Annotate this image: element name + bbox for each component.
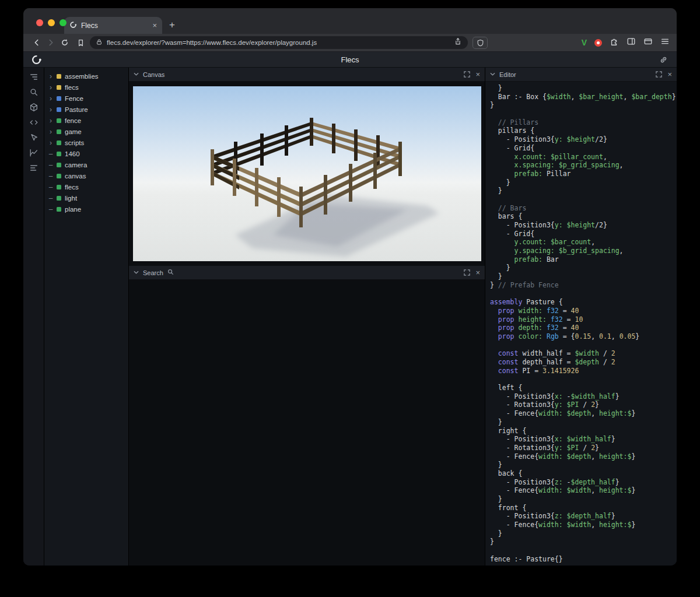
- expand-icon[interactable]: [462, 268, 471, 278]
- expand-arrow-icon[interactable]: ›: [48, 117, 53, 124]
- code-line: }: [490, 101, 677, 110]
- link-icon[interactable]: [659, 55, 668, 66]
- tree-item-light[interactable]: ‒light: [44, 192, 128, 203]
- code-line: [490, 110, 677, 118]
- code-line: }: [490, 495, 677, 504]
- entity-color-square: [57, 174, 61, 178]
- wallet-icon[interactable]: [643, 37, 653, 48]
- back-button[interactable]: [30, 36, 43, 49]
- url-text: flecs.dev/explorer/?wasm=https://www.fle…: [107, 39, 450, 46]
- chart-icon[interactable]: [27, 146, 40, 159]
- code-line: - Fence{width: $width, height:$}: [490, 486, 677, 495]
- close-icon[interactable]: ×: [475, 71, 480, 78]
- puzzle-icon[interactable]: [610, 37, 619, 48]
- tab-close-icon[interactable]: ×: [152, 21, 157, 30]
- shield-icon[interactable]: [473, 37, 488, 49]
- search-results-area[interactable]: [129, 280, 485, 566]
- entity-tree-panel: ›assemblies›flecs›Fence›Pasture›fence›ga…: [44, 68, 129, 566]
- code-line: [490, 546, 677, 555]
- tree-item-Fence[interactable]: ›Fence: [44, 93, 128, 104]
- tree-item-label: Pasture: [65, 106, 88, 113]
- tree-item-Pasture[interactable]: ›Pasture: [44, 104, 128, 115]
- tree-item-flecs[interactable]: ‒flecs: [44, 181, 128, 192]
- reload-button[interactable]: [58, 36, 71, 49]
- tree-item-plane[interactable]: ‒plane: [44, 203, 128, 215]
- expand-arrow-icon[interactable]: ›: [48, 106, 53, 113]
- sidebar-toggle-icon[interactable]: [626, 37, 636, 48]
- tree-item-label: light: [65, 195, 77, 202]
- forward-button[interactable]: [44, 36, 57, 49]
- tree-item-label: camera: [65, 161, 87, 168]
- cube-icon[interactable]: [27, 101, 40, 114]
- tree-item-flecs[interactable]: ›flecs: [44, 82, 128, 93]
- 3d-canvas[interactable]: [133, 86, 481, 261]
- entity-color-square: [57, 74, 61, 79]
- window-zoom-button[interactable]: [60, 19, 66, 26]
- chevron-down-icon[interactable]: [134, 71, 139, 78]
- tree-item-label: Fence: [65, 95, 83, 102]
- entity-color-square: [57, 196, 61, 201]
- close-icon[interactable]: ×: [667, 71, 672, 78]
- editor-panel-title: Editor: [499, 71, 516, 78]
- chevron-down-icon[interactable]: [490, 71, 495, 78]
- tree-item-fence[interactable]: ›fence: [44, 115, 128, 126]
- search-icon[interactable]: [27, 86, 40, 99]
- expand-arrow-icon[interactable]: ›: [48, 95, 53, 102]
- browser-tab-flecs[interactable]: Flecs ×: [64, 17, 162, 34]
- tree-item-label: fence: [65, 117, 81, 124]
- code-line: y.spacing: $b_grid_spacing,: [490, 247, 677, 255]
- leaf-dash-icon: ‒: [48, 173, 53, 180]
- new-tab-button[interactable]: +: [169, 20, 175, 30]
- entity-tree-icon[interactable]: [27, 71, 40, 83]
- expand-icon[interactable]: [462, 70, 471, 79]
- code-line: prop width: f32 = 40: [490, 307, 677, 315]
- code-line: - Position3{z: $depth_half}: [490, 512, 677, 521]
- tree-item-camera[interactable]: ‒camera: [44, 159, 128, 170]
- code-line: y.count: $bar_count,: [490, 238, 677, 247]
- close-icon[interactable]: ×: [475, 269, 480, 276]
- url-bar[interactable]: flecs.dev/explorer/?wasm=https://www.fle…: [90, 36, 468, 49]
- flecs-logo-icon[interactable]: [31, 54, 42, 68]
- code-editor[interactable]: } Bar :- Box {$width, $bar_height, $bar_…: [485, 82, 677, 566]
- code-line: prefab: Pillar: [490, 170, 677, 178]
- tree-item-canvas[interactable]: ‒canvas: [44, 170, 128, 181]
- window-close-button[interactable]: [36, 19, 43, 26]
- tree-item-label: flecs: [65, 184, 79, 191]
- code-icon[interactable]: [27, 116, 40, 129]
- code-line: prop height: f32 = 10: [490, 315, 677, 324]
- expand-arrow-icon[interactable]: ›: [48, 73, 53, 80]
- code-line: const width_half = $width / 2: [490, 349, 677, 358]
- code-line: }: [490, 529, 677, 538]
- window-minimize-button[interactable]: [48, 19, 55, 26]
- lock-icon: [96, 37, 103, 48]
- canvas-body: [129, 82, 485, 266]
- code-line: x.spacing: $p_grid_spacing,: [490, 161, 677, 170]
- tree-item-1460[interactable]: ‒1460: [44, 148, 128, 159]
- tab-title: Flecs: [81, 22, 148, 30]
- tree-item-assemblies[interactable]: ›assemblies: [44, 71, 128, 82]
- code-line: - Position3{y: $height/2}: [490, 221, 677, 230]
- tree-item-game[interactable]: ›game: [44, 126, 128, 137]
- tree-item-label: assemblies: [65, 73, 99, 80]
- expand-arrow-icon[interactable]: ›: [48, 84, 53, 91]
- code-line: prop color: Rgb = {0.15, 0.1, 0.05}: [490, 332, 677, 341]
- app-main: ›assemblies›flecs›Fence›Pasture›fence›ga…: [23, 68, 677, 566]
- red-extension-icon[interactable]: [594, 39, 602, 47]
- tree-item-scripts[interactable]: ›scripts: [44, 137, 128, 148]
- entity-color-square: [57, 96, 61, 101]
- expand-arrow-icon[interactable]: ›: [48, 128, 53, 135]
- v-extension-icon[interactable]: V: [582, 38, 587, 47]
- tree-item-label: canvas: [65, 173, 86, 180]
- expand-icon[interactable]: [654, 70, 663, 79]
- inspector-icon[interactable]: [27, 131, 40, 144]
- code-line: [490, 290, 677, 298]
- canvas-panel-header: Canvas ×: [129, 68, 485, 82]
- expand-arrow-icon[interactable]: ›: [48, 139, 53, 146]
- entity-color-square: [57, 185, 61, 189]
- share-icon[interactable]: [454, 37, 462, 48]
- code-line: }: [490, 538, 677, 546]
- chevron-down-icon[interactable]: [134, 269, 139, 276]
- menu-icon[interactable]: [660, 37, 670, 48]
- stats-icon[interactable]: [27, 161, 40, 174]
- bookmark-icon[interactable]: [75, 37, 86, 48]
